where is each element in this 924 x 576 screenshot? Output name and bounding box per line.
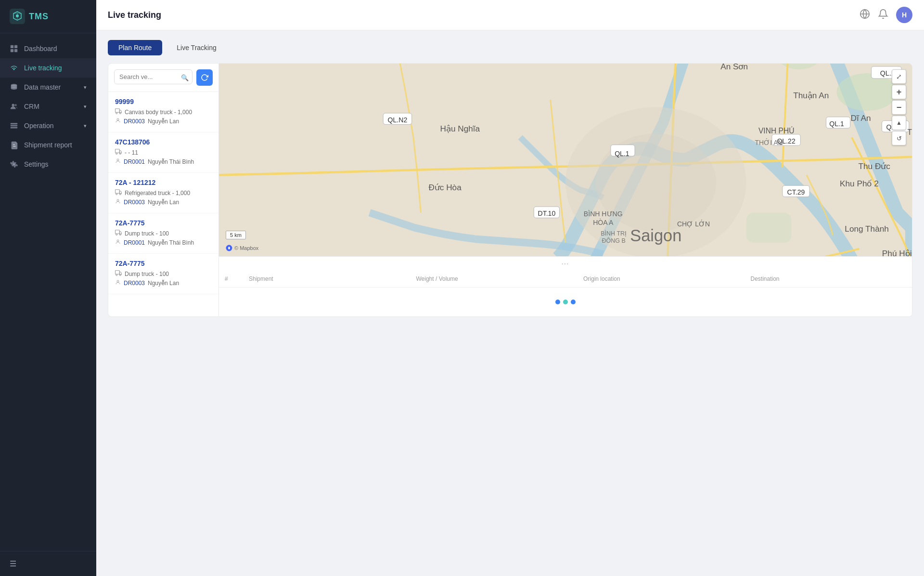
svg-rect-10 — [11, 125, 17, 127]
vehicles-container: 99999 Canvas body truck - 1,000 DR0003 — [108, 92, 218, 316]
svg-text:QL.N2: QL.N2 — [388, 116, 408, 124]
sidebar-item-data-master[interactable]: Data master ▾ — [0, 78, 96, 97]
vehicle-item[interactable]: 72A-7775 Dump truck - 100 DR0001 Nguy — [108, 213, 218, 254]
table-loading — [219, 288, 912, 316]
svg-point-28 — [117, 240, 119, 242]
loader-dot-2 — [563, 300, 568, 304]
sidebar-item-dashboard-label: Dashboard — [24, 45, 57, 52]
map-controls: ⤢ + − ▲ ↺ — [892, 69, 906, 145]
vehicle-item[interactable]: 47C138706 - - 11 DR0001 Nguyễn Thái B — [108, 132, 218, 173]
svg-text:Thuận An: Thuận An — [793, 91, 829, 100]
tab-plan-route[interactable]: Plan Route — [108, 40, 162, 55]
fullscreen-button[interactable]: ⤢ — [892, 69, 906, 84]
truck-icon — [115, 148, 122, 157]
main-panel: 🔍 99999 — [108, 63, 912, 317]
loader-dot-1 — [555, 300, 560, 304]
vehicle-item[interactable]: 72A-7775 Dump truck - 100 DR0003 Nguy — [108, 254, 218, 294]
svg-rect-11 — [11, 127, 17, 129]
search-bar: 🔍 — [108, 64, 218, 92]
svg-text:ĐÔNG B: ĐÔNG B — [602, 237, 625, 244]
truck-icon — [115, 108, 122, 116]
sidebar-item-settings-label: Settings — [24, 160, 49, 168]
notification-icon[interactable] — [878, 9, 888, 22]
truck-icon — [115, 229, 122, 237]
sidebar-item-shipment-report[interactable]: Shipment report — [0, 135, 96, 155]
vehicle-item[interactable]: 99999 Canvas body truck - 1,000 DR0003 — [108, 92, 218, 132]
sidebar-item-live-tracking-label: Live tracking — [24, 64, 62, 72]
svg-point-24 — [117, 199, 119, 201]
map-container[interactable]: QL.22 QL.13 QL.1 QL.51 Q — [219, 64, 912, 256]
svg-text:Saigon: Saigon — [630, 226, 681, 245]
vehicle-plate: 99999 — [115, 98, 212, 105]
svg-point-22 — [116, 193, 117, 195]
vehicle-type-row: - - 11 — [115, 148, 212, 157]
logo-text: TMS — [29, 12, 49, 22]
vehicle-driver-row: DR0003 Nguyễn Lan — [115, 118, 212, 125]
loader-dots — [555, 300, 576, 304]
sidebar-item-dashboard[interactable]: Dashboard — [0, 39, 96, 58]
user-avatar[interactable]: H — [896, 7, 912, 23]
vehicle-type-row: Dump truck - 100 — [115, 229, 212, 237]
sidebar-item-settings[interactable]: Settings — [0, 155, 96, 174]
refresh-map-button[interactable]: ↺ — [892, 131, 906, 145]
driver-code: DR0003 — [124, 280, 145, 287]
svg-rect-4 — [11, 49, 13, 52]
vehicle-type: Dump truck - 100 — [125, 271, 169, 277]
sidebar-item-operation-label: Operation — [24, 122, 53, 130]
sidebar-item-operation[interactable]: Operation ▾ — [0, 116, 96, 135]
svg-rect-13 — [116, 109, 120, 113]
sidebar-item-data-master-label: Data master — [24, 83, 61, 91]
sidebar-item-crm-label: CRM — [24, 103, 39, 110]
table-section: ⋯ #ShipmentWeight / VolumeOrigin locatio… — [219, 256, 912, 316]
gear-icon — [10, 160, 18, 169]
svg-point-7 — [12, 104, 14, 106]
sidebar-item-live-tracking[interactable]: Live tracking — [0, 58, 96, 78]
vehicle-driver-row: DR0001 Nguyễn Thái Bình — [115, 158, 212, 165]
sidebar-item-crm[interactable]: CRM ▾ — [0, 97, 96, 116]
svg-point-1 — [16, 14, 19, 17]
zoom-in-button[interactable]: + — [892, 85, 906, 99]
person-icon — [115, 198, 121, 206]
vehicle-type: Refrigerated truck - 1,000 — [125, 190, 190, 196]
refresh-button[interactable] — [196, 69, 213, 86]
tab-live-tracking[interactable]: Live Tracking — [166, 40, 227, 55]
svg-text:THỚI AN: THỚI AN — [755, 138, 783, 146]
svg-text:Long Thành: Long Thành — [845, 224, 889, 234]
database-icon — [10, 83, 18, 92]
svg-text:DT.10: DT.10 — [538, 209, 555, 217]
panel-inner: 🔍 99999 — [108, 64, 912, 316]
person-icon — [115, 279, 121, 287]
svg-point-15 — [119, 112, 121, 114]
svg-text:Phú Hội: Phú Hội — [882, 249, 912, 256]
vehicle-item[interactable]: 72A - 121212 Refrigerated truck - 1,000 … — [108, 173, 218, 213]
svg-point-23 — [119, 193, 121, 195]
grid-icon — [10, 44, 18, 53]
svg-point-27 — [119, 234, 121, 235]
tab-bar: Plan Route Live Tracking — [108, 40, 912, 55]
svg-point-26 — [116, 234, 117, 235]
svg-rect-3 — [14, 45, 17, 48]
chevron-down-icon: ▾ — [84, 104, 87, 110]
driver-name: Nguyễn Thái Bình — [148, 239, 194, 246]
vehicle-type-row: Dump truck - 100 — [115, 270, 212, 278]
mapbox-logo: © Mapbox — [226, 245, 258, 251]
svg-rect-36 — [746, 213, 792, 243]
chevron-down-icon: ▾ — [84, 84, 87, 91]
vehicle-driver-row: DR0001 Nguyễn Thái Bình — [115, 239, 212, 246]
drag-handle[interactable]: ⋯ — [219, 257, 912, 271]
vehicle-plate: 47C138706 — [115, 138, 212, 146]
svg-text:Dĩ An: Dĩ An — [851, 113, 871, 123]
zoom-out-button[interactable]: − — [892, 100, 906, 115]
svg-text:Hậu Nghĩa: Hậu Nghĩa — [440, 124, 480, 133]
compass-button[interactable]: ▲ — [892, 116, 906, 130]
driver-name: Nguyễn Lan — [148, 280, 179, 287]
vehicle-list: 🔍 99999 — [108, 64, 219, 316]
truck-icon — [115, 189, 122, 197]
svg-text:An Sơn: An Sơn — [720, 64, 748, 71]
globe-icon[interactable] — [860, 9, 870, 22]
vehicle-plate: 72A-7775 — [115, 260, 212, 267]
menu-bottom-icon[interactable]: ☰ — [10, 560, 16, 568]
main-content: Live tracking H Plan Route Live Tracking — [96, 0, 924, 576]
chevron-down-icon: ▾ — [84, 123, 87, 129]
users-icon — [10, 102, 18, 111]
